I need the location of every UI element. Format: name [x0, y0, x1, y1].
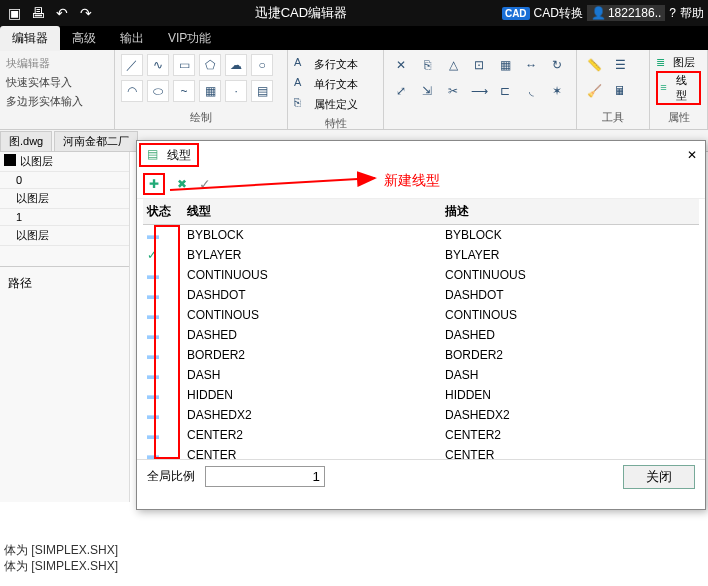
col-state[interactable]: 状态	[143, 199, 183, 225]
quick-import[interactable]: 快速实体导入	[6, 73, 108, 92]
erase-icon[interactable]: ✕	[390, 54, 412, 76]
state-cell: ▬	[143, 405, 183, 425]
undo-icon[interactable]: ↶	[52, 3, 72, 23]
cad-badge-icon: CAD	[502, 7, 530, 20]
mtext-button[interactable]: A多行文本	[294, 54, 377, 74]
desc-cell: CONTINUOUS	[441, 265, 699, 285]
stext-button[interactable]: A单行文本	[294, 74, 377, 94]
table-row[interactable]: ▬BYBLOCKBYBLOCK	[143, 225, 699, 246]
close-button[interactable]: 关闭	[623, 465, 695, 489]
linetype-button[interactable]: ≡线型	[656, 71, 701, 105]
print-icon[interactable]: 🖶	[28, 3, 48, 23]
table-row[interactable]: ▬CONTINUOUSCONTINUOUS	[143, 265, 699, 285]
table-row[interactable]: ▬BORDER2BORDER2	[143, 345, 699, 365]
mirror-icon[interactable]: △	[442, 54, 464, 76]
name-cell: DASH	[183, 365, 441, 385]
desc-cell: CONTINOUS	[441, 305, 699, 325]
explode-icon[interactable]: ✶	[546, 80, 568, 102]
menu-advanced[interactable]: 高级	[60, 26, 108, 51]
apply-icon[interactable]: ✓	[199, 176, 211, 192]
tab-drawing-1[interactable]: 图.dwg	[0, 131, 52, 151]
name-cell: CONTINUOUS	[183, 265, 441, 285]
offset-icon[interactable]: ⊡	[468, 54, 490, 76]
delete-linetype-button[interactable]: ✖	[171, 173, 193, 195]
col-desc[interactable]: 描述	[441, 199, 699, 225]
purge-icon[interactable]: 🧹	[583, 80, 605, 102]
menu-editor[interactable]: 编辑器	[0, 26, 60, 51]
help-icon[interactable]: ?	[669, 6, 676, 20]
prop-value[interactable]: 0	[0, 172, 129, 189]
trim-icon[interactable]: ✂	[442, 80, 464, 102]
name-cell: HIDDEN	[183, 385, 441, 405]
desc-cell: CENTER2	[441, 425, 699, 445]
table-row[interactable]: ▬CONTINOUSCONTINOUS	[143, 305, 699, 325]
layer-button[interactable]: ≣图层	[656, 54, 701, 71]
user-badge[interactable]: 👤 1822186..	[587, 5, 665, 21]
spline-icon[interactable]: ~	[173, 80, 195, 102]
table-row[interactable]: ▬DASHEDX2DASHEDX2	[143, 405, 699, 425]
menu-bar: 编辑器 高级 输出 VIP功能	[0, 26, 708, 50]
menu-output[interactable]: 输出	[108, 26, 156, 51]
prop-value[interactable]: 1	[0, 209, 129, 226]
tab-drawing-2[interactable]: 河南金都二厂	[54, 131, 138, 151]
table-row[interactable]: ✓BYLAYERBYLAYER	[143, 245, 699, 265]
table-row[interactable]: ▬DASHDASH	[143, 365, 699, 385]
scale-input[interactable]	[205, 466, 325, 487]
prop-row[interactable]: 以图层	[0, 152, 129, 172]
attdef-icon: ⎘	[294, 96, 310, 112]
point-icon[interactable]: ·	[225, 80, 247, 102]
menu-vip[interactable]: VIP功能	[156, 26, 223, 51]
polygon-input[interactable]: 多边形实体输入	[6, 92, 108, 111]
prop-row[interactable]: 以图层	[0, 226, 129, 246]
list-icon[interactable]: ☰	[609, 54, 631, 76]
title-bar: ▣ 🖶 ↶ ↷ 迅捷CAD编辑器 CAD CAD转换 👤 1822186.. ?…	[0, 0, 708, 26]
rotate-icon[interactable]: ↻	[546, 54, 568, 76]
text-label: 特性	[294, 114, 377, 131]
line-icon[interactable]: ／	[121, 54, 143, 76]
polyline-icon[interactable]: ∿	[147, 54, 169, 76]
state-cell: ▬	[143, 385, 183, 405]
state-cell: ▬	[143, 445, 183, 459]
break-icon[interactable]: ⊏	[494, 80, 516, 102]
ellipse-icon[interactable]: ⬭	[147, 80, 169, 102]
extend-icon[interactable]: ⟶	[468, 80, 490, 102]
col-name[interactable]: 线型	[183, 199, 441, 225]
convert-link[interactable]: CAD转换	[534, 5, 583, 22]
arc-icon[interactable]: ◠	[121, 80, 143, 102]
stretch-icon[interactable]: ⇲	[416, 80, 438, 102]
prop-row[interactable]: 以图层	[0, 189, 129, 209]
help-label[interactable]: 帮助	[680, 5, 704, 22]
status-line: 体为 [SIMPLEX.SHX]	[4, 558, 118, 574]
scale-icon[interactable]: ⤢	[390, 80, 412, 102]
table-row[interactable]: ▬CENTER2CENTER2	[143, 425, 699, 445]
table-row[interactable]: ▬HIDDENHIDDEN	[143, 385, 699, 405]
fillet-icon[interactable]: ◟	[520, 80, 542, 102]
path-label: 路径	[0, 266, 129, 300]
name-cell: DASHED	[183, 325, 441, 345]
rect-icon[interactable]: ▭	[173, 54, 195, 76]
desc-cell: DASHED	[441, 325, 699, 345]
circle-icon[interactable]: ○	[251, 54, 273, 76]
dialog-close-icon[interactable]: ✕	[679, 144, 705, 166]
move-icon[interactable]: ↔	[520, 54, 542, 76]
state-cell: ▬	[143, 265, 183, 285]
redo-icon[interactable]: ↷	[76, 3, 96, 23]
table-icon[interactable]: ▤	[251, 80, 273, 102]
copy-icon[interactable]: ⎘	[416, 54, 438, 76]
measure-icon[interactable]: 📏	[583, 54, 605, 76]
new-linetype-button[interactable]: ✚	[143, 173, 165, 195]
save-icon[interactable]: ▣	[4, 3, 24, 23]
array-icon[interactable]: ▦	[494, 54, 516, 76]
polygon-icon[interactable]: ⬠	[199, 54, 221, 76]
desc-cell: CENTER	[441, 445, 699, 459]
table-row[interactable]: ▬DASHDOTDASHDOT	[143, 285, 699, 305]
desc-cell: DASHDOT	[441, 285, 699, 305]
calc-icon[interactable]: 🖩	[609, 80, 631, 102]
quick-panel: 块编辑器 快速实体导入 多边形实体输入	[0, 50, 115, 129]
attdef-button[interactable]: ⎘属性定义	[294, 94, 377, 114]
name-cell: BORDER2	[183, 345, 441, 365]
table-row[interactable]: ▬CENTERCENTER	[143, 445, 699, 459]
hatch-icon[interactable]: ▦	[199, 80, 221, 102]
cloud-icon[interactable]: ☁	[225, 54, 247, 76]
table-row[interactable]: ▬DASHEDDASHED	[143, 325, 699, 345]
